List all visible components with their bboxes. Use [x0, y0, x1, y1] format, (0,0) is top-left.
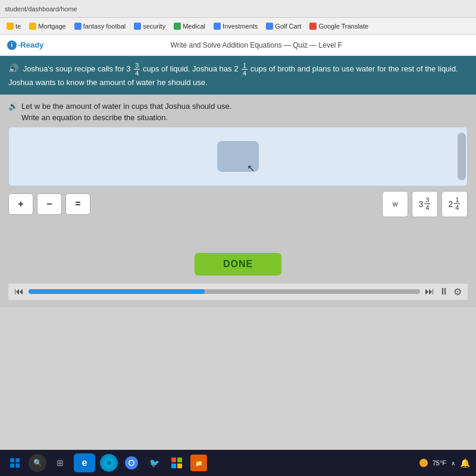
windows-button[interactable] — [6, 454, 24, 472]
operator-tile-row: + − = w 3 3 4 2 1 — [8, 191, 468, 217]
svg-rect-1 — [15, 458, 20, 462]
taskbar: 🔍 ⊞ e 🐦 📁 75°F ∧ 🔔 — [0, 450, 476, 476]
taskbar-search-button[interactable]: 🔍 — [29, 454, 46, 472]
progress-start-icon: ⏮ — [14, 286, 24, 297]
tile-2-1over4[interactable]: 2 1 4 — [441, 191, 468, 217]
bookmark-mortgage[interactable]: Mortgage — [26, 21, 68, 31]
plus-button[interactable]: + — [8, 193, 33, 215]
iready-logo-text: -Ready — [18, 40, 43, 49]
problem-text1: Joshua's soup recipe calls for 3 — [23, 64, 131, 73]
taskbar-temperature: 75°F — [433, 459, 446, 466]
bookmark-icon-investments — [214, 23, 221, 30]
mixed-num-2: 1 4 — [240, 62, 248, 77]
svg-point-8 — [130, 461, 134, 465]
bookmark-golfcart[interactable]: Golf Cart — [263, 21, 304, 31]
bookmark-security[interactable]: security — [131, 21, 168, 31]
progress-fill — [29, 289, 205, 294]
bookmark-icon-medical — [174, 23, 181, 30]
progress-end-icon: ⏭ — [425, 286, 434, 297]
equation-input-area[interactable]: ↖ — [8, 127, 468, 186]
bookmark-label-mortgage: Mortgage — [38, 23, 65, 30]
bookmark-icon-fantasy — [74, 23, 82, 30]
bookmark-translate[interactable]: Google Translate — [306, 21, 371, 31]
bookmark-investments[interactable]: Investments — [211, 21, 261, 31]
question-line2: Write an equation to describe the situat… — [21, 113, 468, 122]
question-text-line1: Let w be the amount of water in cups tha… — [21, 102, 231, 111]
chrome-button[interactable] — [123, 454, 140, 472]
svg-rect-9 — [171, 458, 176, 462]
taskbar-notification[interactable]: 🔔 — [460, 458, 470, 468]
cursor-arrow: ↖ — [247, 162, 255, 174]
bookmark-label-investments: Investments — [223, 23, 258, 30]
bookmarks-bar: te Mortgage fantasy footbal security Med… — [0, 18, 476, 35]
speaker-icon-question[interactable]: 🔊 — [8, 102, 18, 111]
bookmark-icon-golfcart — [266, 23, 273, 30]
svg-rect-12 — [177, 464, 182, 468]
bookmark-label-golfcart: Golf Cart — [275, 23, 301, 30]
pause-icon[interactable]: ⏸ — [439, 286, 449, 297]
iready-logo: i -Ready — [7, 40, 43, 50]
svg-rect-3 — [15, 464, 20, 468]
scroll-indicator[interactable] — [458, 133, 466, 180]
cortana-button[interactable] — [100, 454, 118, 472]
svg-point-5 — [107, 461, 111, 465]
taskbar-app1[interactable]: 🐦 — [145, 454, 163, 472]
minus-button[interactable]: − — [37, 193, 62, 215]
bookmark-medical[interactable]: Medical — [171, 21, 208, 31]
bookmark-label-security: security — [143, 23, 165, 30]
svg-rect-2 — [10, 464, 14, 468]
windows-store-icon — [171, 458, 182, 468]
bookmark-icon-translate — [309, 23, 317, 30]
taskbar-caret-up[interactable]: ∧ — [451, 460, 455, 466]
progress-track — [29, 289, 420, 294]
bookmark-label-te: te — [15, 23, 21, 30]
tile-buttons: w 3 3 4 2 1 4 — [382, 191, 468, 217]
iready-i-circle: i — [7, 40, 17, 50]
bookmark-te[interactable]: te — [4, 21, 24, 31]
bookmark-fantasy[interactable]: fantasy footbal — [71, 21, 129, 31]
bookmark-label-medical: Medical — [183, 23, 205, 30]
tile-w[interactable]: w — [382, 191, 408, 217]
problem-banner: 🔊 Joshua's soup recipe calls for 3 3 4 c… — [0, 56, 476, 95]
operator-buttons: + − = — [8, 193, 90, 215]
iready-header: i -Ready Write and Solve Addition Equati… — [0, 35, 476, 56]
browser-top: student/dashboard/home — [0, 0, 476, 18]
progress-bar-row: ⏮ ⏭ ⏸ ⚙ — [8, 284, 468, 300]
question-line1: 🔊 Let w be the amount of water in cups t… — [8, 102, 468, 111]
taskbar-app2[interactable] — [168, 454, 186, 472]
cortana-icon — [104, 458, 114, 468]
main-content: 🔊 Let w be the amount of water in cups t… — [0, 95, 476, 307]
mixed-num-1: 3 4 — [133, 62, 140, 77]
bookmark-icon-security — [134, 23, 141, 30]
svg-rect-0 — [10, 458, 14, 462]
svg-rect-10 — [177, 458, 182, 462]
taskbar-folder-button[interactable]: 📁 — [190, 455, 207, 471]
svg-rect-11 — [171, 464, 176, 468]
done-button[interactable]: DONE — [195, 253, 281, 275]
chrome-icon — [125, 456, 138, 469]
task-view-button[interactable]: ⊞ — [51, 454, 69, 472]
taskbar-right: 75°F ∧ 🔔 — [419, 458, 470, 468]
tile-3-3over4[interactable]: 3 3 4 — [412, 191, 438, 217]
settings-icon[interactable]: ⚙ — [453, 286, 462, 298]
equals-button[interactable]: = — [65, 193, 90, 215]
quiz-title: Write and Solve Addition Equations — Qui… — [43, 41, 469, 49]
address-bar: student/dashboard/home — [5, 5, 471, 12]
bookmark-icon-te — [7, 23, 14, 30]
bookmark-icon-mortgage — [29, 23, 36, 30]
done-area: DONE — [8, 253, 468, 275]
problem-text2: cups of liquid. Joshua has 2 — [143, 64, 238, 73]
bookmark-label-translate: Google Translate — [318, 23, 368, 30]
speaker-icon-problem[interactable]: 🔊 — [8, 62, 18, 75]
taskbar-weather-icon — [419, 459, 428, 467]
windows-icon — [10, 458, 20, 468]
edge-browser-button[interactable]: e — [74, 453, 95, 472]
bookmark-label-fantasy: fantasy footbal — [83, 23, 126, 30]
